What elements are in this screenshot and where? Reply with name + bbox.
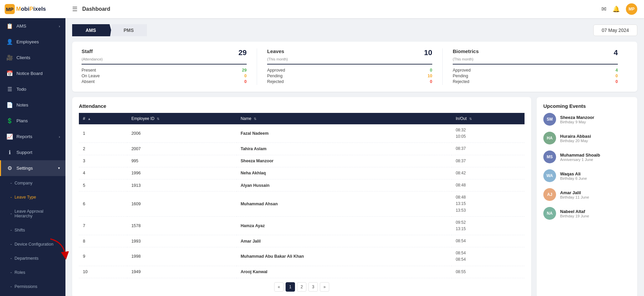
cell-emp-id: 995 [127, 155, 237, 167]
tab-pms[interactable]: PMS [110, 24, 147, 36]
cell-name: Sheeza Manzoor [237, 155, 452, 167]
staff-absent-row: Absent 0 [82, 79, 247, 84]
pagination-next[interactable]: » [320, 282, 329, 292]
staff-total: 29 [239, 48, 247, 57]
cell-emp-id: 1998 [127, 247, 237, 266]
event-info: Sheeza Manzoor Birthday 9 May [560, 115, 594, 124]
table-row: 8 1993 Amar Jalil 08:54 [79, 235, 525, 247]
event-avatar: SM [543, 113, 556, 126]
event-name: Huraira Abbasi [560, 134, 591, 139]
col-name[interactable]: Name ⇅ [237, 113, 452, 124]
bottom-row: Attendance # ▲ Employee ID ⇅ Name ⇅ In/O… [72, 97, 637, 296]
event-item: SM Sheeza Manzoor Birthday 9 May [543, 113, 631, 126]
biometrics-total: 4 [614, 48, 618, 57]
chevron-right-icon: › [59, 24, 60, 28]
sidebar-subitem-device-config[interactable]: Device Configuration [0, 237, 65, 251]
cell-num: 5 [79, 179, 127, 191]
cell-num: 6 [79, 192, 127, 217]
sidebar-item-plans[interactable]: 💲 Plans [0, 113, 65, 129]
cell-num: 9 [79, 247, 127, 266]
todo-icon: ☰ [6, 86, 13, 92]
notice-board-icon: 📅 [6, 70, 13, 77]
sidebar-item-notice-board[interactable]: 📅 Notice Board [0, 66, 65, 81]
events-list: SM Sheeza Manzoor Birthday 9 May HA Hura… [543, 113, 631, 220]
cell-num: 1 [79, 124, 127, 143]
cell-name: Amar Jalil [237, 235, 452, 247]
event-info: Nabeel Altaf Birthday 19 June [560, 209, 589, 218]
cell-name: Neha Akhlaq [237, 167, 452, 179]
cell-time: 08:37 [452, 143, 525, 155]
staff-on-leave-row: On Leave 0 [82, 74, 247, 78]
sidebar-subitem-leave-type[interactable]: Leave Type [0, 190, 65, 204]
sidebar-subitem-company[interactable]: Company [0, 176, 65, 190]
leaves-stat: Leaves 10 (This month) Approved 0 Pendin… [267, 48, 443, 85]
staff-present-row: Present 29 [82, 68, 247, 73]
staff-stat: Staff 29 (Attendance) Present 29 On Leav… [82, 48, 257, 85]
leaves-total: 10 [424, 48, 432, 57]
sidebar-item-support[interactable]: ℹ Support [0, 144, 65, 160]
support-icon: ℹ [6, 149, 13, 156]
tabs-row: AMS PMS [72, 24, 233, 36]
sidebar-item-employees[interactable]: 👤 Employees [0, 34, 65, 50]
cell-time: 08:54 [452, 235, 525, 247]
pagination-page-1[interactable]: 1 [286, 282, 295, 292]
menu-icon[interactable]: ☰ [72, 5, 78, 13]
cell-name: Muhammad Abu Bakar Ali Khan [237, 247, 452, 266]
date-badge: 07 May 2024 [593, 25, 637, 36]
sidebar-subitem-departments[interactable]: Departments [0, 251, 65, 265]
attendance-table: # ▲ Employee ID ⇅ Name ⇅ In/Out ⇅ 1 2006… [79, 113, 525, 278]
cell-emp-id: 1578 [127, 216, 237, 235]
user-avatar[interactable]: MP [626, 3, 637, 15]
cell-name: Tahira Aslam [237, 143, 452, 155]
col-emp-id[interactable]: Employee ID ⇅ [127, 113, 237, 124]
col-inout[interactable]: In/Out ⇅ [452, 113, 525, 124]
cell-num: 2 [79, 143, 127, 155]
sidebar-item-clients[interactable]: 🎥 Clients [0, 50, 65, 66]
pagination-prev[interactable]: « [274, 282, 284, 292]
chevron-right-icon: › [59, 135, 60, 139]
event-date: Birthday 19 June [560, 214, 589, 218]
event-name: Waqas Ali [560, 171, 587, 176]
bio-approved-row: Approved 4 [453, 68, 618, 73]
sidebar-subitem-leave-approval[interactable]: Leave Approval Hierarchy [0, 204, 65, 223]
pagination-page-3[interactable]: 3 [308, 282, 318, 292]
event-name: Amar Jalil [560, 190, 589, 195]
settings-icon: ⚙ [6, 165, 13, 171]
ams-icon: 📋 [6, 23, 13, 29]
pagination-page-2[interactable]: 2 [297, 282, 306, 292]
main-content: ☰ Dashboard ✉ 🔔 MP AMS PMS 07 May 2024 S… [65, 0, 644, 296]
sidebar: MP MobiPixels 📋 AMS › 👤 Employees 🎥 Clie… [0, 0, 65, 296]
event-date: Anniversary 1 June [560, 158, 600, 162]
sidebar-item-todo[interactable]: ☰ Todo [0, 81, 65, 97]
cell-time: 08:55 [452, 266, 525, 278]
sidebar-item-settings[interactable]: ⚙ Settings ▾ [0, 160, 65, 176]
event-date: Birthday 6 June [560, 176, 587, 180]
cell-time: 08:48 [452, 179, 525, 191]
event-item: NA Nabeel Altaf Birthday 19 June [543, 207, 631, 220]
tab-ams[interactable]: AMS [72, 24, 113, 36]
sidebar-item-reports[interactable]: 📈 Reports › [0, 129, 65, 144]
bell-icon[interactable]: 🔔 [612, 5, 620, 13]
col-num: # ▲ [79, 113, 127, 124]
sidebar-subitem-shifts[interactable]: Shifts [0, 223, 65, 237]
cell-time: 08:37 [452, 155, 525, 167]
table-row: 9 1998 Muhammad Abu Bakar Ali Khan 08:54… [79, 247, 525, 266]
sidebar-subitem-permissions[interactable]: Permissions [0, 280, 65, 294]
reports-icon: 📈 [6, 133, 13, 140]
event-avatar: WA [543, 169, 556, 182]
sidebar-item-notes[interactable]: 📄 Notes [0, 97, 65, 113]
cell-name: Muhammad Ahsan [237, 192, 452, 217]
mail-icon[interactable]: ✉ [601, 5, 606, 13]
event-info: Muhammad Shoaib Anniversary 1 June [560, 153, 600, 162]
cell-time: 08:4813:1513:53 [452, 192, 525, 217]
staff-subtitle: (Attendance) [82, 57, 247, 61]
header: ☰ Dashboard ✉ 🔔 MP [65, 0, 644, 18]
cell-name: Arooj Kanwal [237, 266, 452, 278]
top-bar: AMS PMS 07 May 2024 [72, 24, 637, 36]
pagination: « 1 2 3 » [79, 282, 525, 292]
sidebar-item-ams[interactable]: 📋 AMS › [0, 18, 65, 34]
sidebar-subitem-roles[interactable]: Roles [0, 265, 65, 280]
logo[interactable]: MP MobiPixels [0, 0, 65, 18]
cell-name: Fazal Nadeem [237, 124, 452, 143]
table-row: 6 1609 Muhammad Ahsan 08:4813:1513:53 [79, 192, 525, 217]
